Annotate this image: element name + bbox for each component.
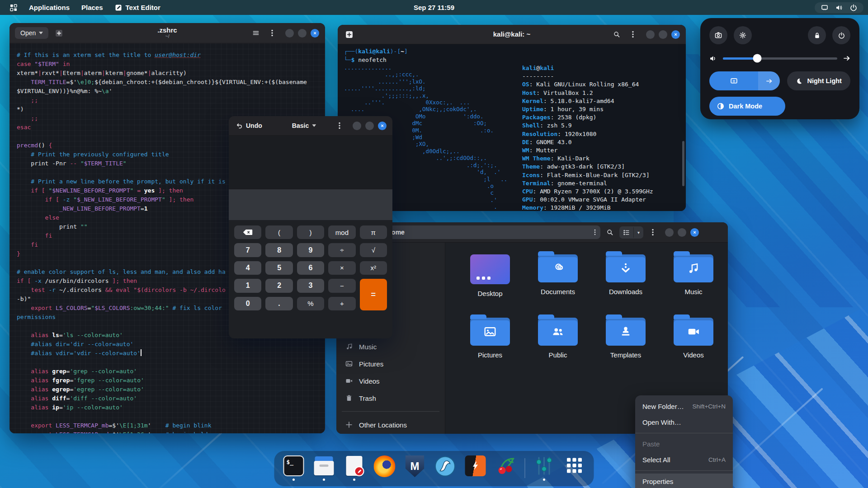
volume-slider-knob[interactable] (753, 54, 761, 63)
calc-key-π[interactable]: π (360, 225, 387, 239)
calc-key-1[interactable]: 1 (234, 279, 261, 292)
settings-gear-button[interactable] (734, 26, 752, 44)
calc-key-−[interactable]: − (328, 279, 355, 292)
calc-key-)[interactable]: ) (297, 225, 324, 239)
close-button[interactable]: × (690, 228, 699, 237)
network-toggle[interactable] (709, 71, 780, 90)
maximize-button[interactable] (298, 29, 307, 38)
kebab-menu-icon[interactable] (647, 226, 659, 238)
folder-templates[interactable]: Templates (592, 318, 660, 381)
terminal-headerbar: kali@kali: ~ × (338, 25, 686, 44)
path-bar[interactable]: Home (372, 225, 600, 239)
view-toggle-button[interactable]: ▾ (619, 226, 643, 239)
minimize-button[interactable] (665, 228, 674, 237)
maximize-button[interactable] (365, 122, 374, 130)
dock-item-app-grid[interactable] (563, 455, 586, 481)
close-button[interactable]: × (378, 122, 387, 130)
search-icon[interactable] (611, 28, 623, 40)
kebab-menu-icon[interactable] (334, 120, 345, 131)
calc-key-3[interactable]: 3 (297, 279, 324, 292)
calc-key-mod[interactable]: mod (328, 225, 355, 239)
calc-key-([interactable]: ( (265, 225, 292, 239)
network-expand-arrow[interactable] (758, 71, 780, 90)
view-options-dropdown[interactable]: ▾ (633, 227, 643, 238)
mode-selector[interactable]: Basic (292, 122, 316, 129)
kebab-menu-icon[interactable] (266, 27, 278, 39)
dock-item-settings[interactable] (533, 455, 556, 481)
calc-key-6[interactable]: 6 (297, 261, 324, 275)
clock[interactable]: Sep 27 11:59 (414, 4, 454, 11)
dock-item-text-editor[interactable] (343, 455, 366, 481)
minimize-button[interactable] (646, 30, 655, 39)
calc-key-0[interactable]: 0 (234, 297, 261, 310)
screenshot-button[interactable] (709, 26, 727, 44)
calc-key-backspace[interactable] (234, 225, 261, 239)
menu-places[interactable]: Places (81, 4, 103, 11)
search-icon[interactable] (604, 226, 616, 238)
folder-public[interactable]: Public (524, 318, 592, 381)
dock-item-terminal[interactable]: $_ (283, 455, 305, 481)
minimize-button[interactable] (285, 29, 294, 38)
context-menu-item-select-all[interactable]: Select AllCtrl+A (635, 452, 733, 468)
calc-key-=[interactable]: = (360, 279, 387, 310)
terminal-scrollbar[interactable] (682, 141, 684, 186)
calc-key-√[interactable]: √ (360, 243, 387, 257)
context-menu-item-new-folder[interactable]: New Folder…Shift+Ctrl+N (635, 399, 733, 414)
audio-output-arrow-icon[interactable] (843, 55, 850, 62)
context-menu-item-properties[interactable]: Properties (635, 474, 733, 488)
folder-videos[interactable]: Videos (660, 318, 727, 381)
sidebar-item-other-locations[interactable]: Other Locations (340, 416, 441, 433)
list-view-icon[interactable] (619, 226, 633, 239)
path-kebab-icon[interactable] (594, 229, 596, 235)
dock-item-file-manager[interactable] (313, 455, 335, 481)
folder-downloads[interactable]: Downloads (592, 254, 660, 318)
terminal-new-tab-icon[interactable] (343, 28, 355, 40)
night-light-toggle[interactable]: Night Light (787, 71, 850, 90)
menu-applications[interactable]: Applications (29, 4, 70, 11)
close-button[interactable]: × (671, 30, 680, 39)
undo-button[interactable]: Undo (236, 122, 262, 129)
system-tray[interactable] (815, 2, 863, 13)
calc-key-5[interactable]: 5 (265, 261, 292, 275)
folder-desktop[interactable]: Desktop (456, 254, 524, 318)
calc-key-+[interactable]: + (328, 297, 355, 310)
folder-documents[interactable]: Documents (524, 254, 592, 318)
calc-key-4[interactable]: 4 (234, 261, 261, 275)
new-tab-icon[interactable] (53, 27, 65, 39)
maximize-button[interactable] (659, 30, 667, 39)
sidebar-item-videos[interactable]: Videos (340, 372, 441, 389)
minimize-button[interactable] (353, 122, 361, 130)
folder-music[interactable]: Music (660, 254, 727, 318)
sidebar-item-trash[interactable]: Trash (340, 389, 441, 407)
context-menu-item-open-with[interactable]: Open With… (635, 414, 733, 430)
maximize-button[interactable] (678, 228, 686, 237)
calc-key-×[interactable]: × (328, 261, 355, 275)
calc-key-.[interactable]: . (265, 297, 292, 310)
sidebar-item-pictures[interactable]: Pictures (340, 355, 441, 372)
calc-key-x²[interactable]: x² (360, 261, 387, 275)
hamburger-menu-icon[interactable] (250, 27, 262, 39)
calc-key-÷[interactable]: ÷ (328, 243, 355, 257)
menu-active-app[interactable]: Text Editor (115, 4, 160, 11)
info-line: Shell: zsh 5.9 (522, 122, 653, 130)
dock-item-metasploit[interactable]: M (404, 455, 426, 481)
dark-mode-toggle[interactable]: Dark Mode (709, 97, 785, 116)
power-button[interactable] (832, 26, 850, 44)
calc-key-9[interactable]: 9 (297, 243, 324, 257)
calc-key-2[interactable]: 2 (265, 279, 292, 292)
dock-item-cherrytree[interactable] (495, 455, 517, 481)
sidebar-item-music[interactable]: Music (340, 338, 441, 355)
folder-pictures[interactable]: Pictures (456, 318, 524, 381)
activities-grid-icon[interactable] (10, 4, 17, 11)
close-button[interactable]: × (311, 29, 319, 38)
volume-slider[interactable] (723, 57, 837, 60)
calc-key-7[interactable]: 7 (234, 243, 261, 257)
calc-key-8[interactable]: 8 (265, 243, 292, 257)
calc-key-%[interactable]: % (297, 297, 324, 310)
kebab-menu-icon[interactable] (627, 28, 639, 40)
dock-item-burp-suite[interactable] (464, 455, 487, 481)
open-document-button[interactable]: Open (15, 27, 48, 39)
dock-item-wireshark[interactable] (434, 455, 457, 481)
lock-button[interactable] (808, 26, 826, 44)
dock-item-firefox[interactable] (373, 455, 396, 481)
